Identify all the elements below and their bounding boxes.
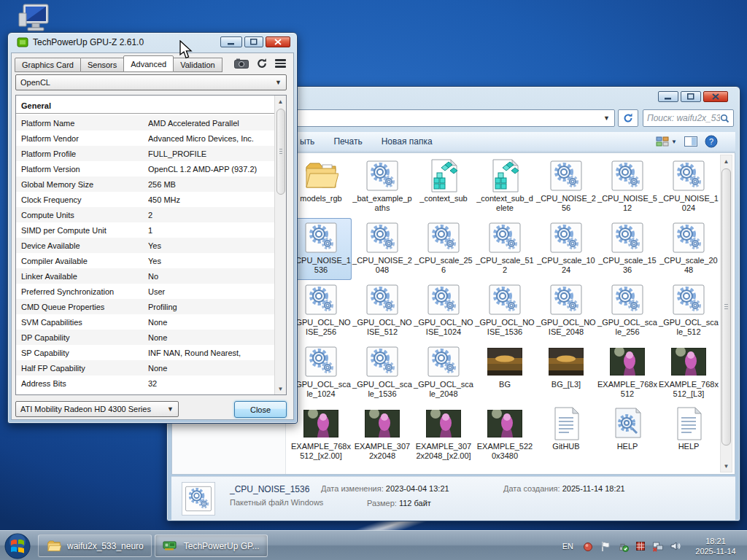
search-box[interactable]: Поиск: waifu2x_533_neuro — [643, 109, 734, 127]
explorer-close-button[interactable] — [703, 91, 728, 102]
file-item[interactable]: EXAMPLE_5220x3480 — [474, 404, 535, 466]
start-button[interactable] — [4, 532, 31, 560]
details-file-type: Пакетный файл Windows — [230, 498, 323, 507]
file-item[interactable]: _context_sub — [413, 156, 474, 218]
scroll-down-icon[interactable]: ▼ — [278, 383, 284, 394]
refresh-button[interactable] — [618, 109, 638, 127]
address-dropdown-icon[interactable]: ▼ — [603, 114, 610, 122]
file-item[interactable]: _GPU_OCL_NOISE_1536 — [474, 280, 535, 342]
explorer-minimize-button[interactable] — [658, 91, 678, 102]
ball-icon[interactable] — [582, 540, 594, 552]
file-item[interactable]: _GPU_OCL_scale_256 — [597, 280, 658, 342]
file-item[interactable]: _CPU_NOISE_1024 — [658, 156, 719, 218]
file-item[interactable]: _GPU_OCL_scale_1536 — [352, 342, 413, 404]
volume-icon[interactable] — [670, 540, 681, 552]
file-item[interactable]: EXAMPLE_768x512_[x2.00] — [290, 404, 352, 466]
file-label: EXAMPLE_768x512 — [597, 380, 657, 399]
details-file-name: _CPU_NOISE_1536 — [230, 484, 309, 494]
screenshot-button[interactable] — [234, 58, 249, 69]
file-item[interactable]: _CPU_scale_1024 — [535, 218, 597, 280]
gpuz-minimize-button[interactable] — [220, 36, 242, 47]
img_girl-icon — [365, 405, 400, 442]
tab-validation[interactable]: Validation — [174, 58, 222, 72]
file-item[interactable]: _GPU_OCL_NOISE_512 — [352, 280, 413, 342]
file-item[interactable]: models_rgb — [290, 156, 352, 218]
file-label: EXAMPLE_768x512_[x2.00] — [291, 442, 351, 461]
file-item[interactable]: EXAMPLE_768x512_[L3] — [658, 342, 719, 404]
file-item[interactable]: _GPU_OCL_scale_512 — [658, 280, 719, 342]
clock-time: 18:21 — [687, 536, 744, 546]
file-item[interactable]: EXAMPLE_3072x2048_[x2.00] — [413, 404, 474, 466]
lookup-dropdown[interactable]: OpenCL ▼ — [15, 74, 287, 90]
gpuz-maximize-button[interactable] — [244, 36, 263, 47]
file-item[interactable]: _CPU_scale_256 — [413, 218, 474, 280]
toolbar-new-folder-item[interactable]: Новая папка — [382, 136, 433, 147]
help-button[interactable]: ? — [705, 135, 718, 148]
tab-advanced[interactable]: Advanced — [123, 55, 174, 72]
file-item[interactable]: _CPU_NOISE_256 — [535, 156, 597, 218]
explorer-scrollbar[interactable]: ▲ ▼ — [720, 155, 732, 472]
gpuz-scrollbar[interactable]: ▲ ▼ — [274, 96, 286, 394]
security-grid-icon[interactable] — [635, 540, 646, 552]
menu-button[interactable] — [275, 59, 286, 68]
file-item[interactable]: _CPU_NOISE_512 — [597, 156, 658, 218]
file-item[interactable]: _GPU_OCL_NOISE_1024 — [413, 280, 474, 342]
views-icon — [656, 136, 669, 147]
device-dropdown[interactable]: ATI Mobility Radeon HD 4300 Series ▼ — [15, 401, 179, 417]
tab-sensors[interactable]: Sensors — [81, 58, 124, 72]
flag-icon[interactable] — [600, 540, 611, 552]
toolbar-open-item[interactable]: ыть — [300, 136, 314, 147]
tab-graphics-card[interactable]: Graphics Card — [15, 58, 81, 72]
gpuz-close-button[interactable] — [266, 36, 290, 47]
taskbar-button[interactable]: TechPowerUp GP... — [155, 534, 268, 557]
property-value: OpenCL 1.2 AMD-APP (937.2) — [148, 165, 274, 174]
usb-check-icon[interactable] — [617, 540, 629, 552]
file-label: _CPU_scale_512 — [475, 256, 535, 275]
file-item[interactable]: _CPU_NOISE_2048 — [352, 218, 413, 280]
network-error-icon[interactable] — [652, 540, 664, 552]
language-indicator[interactable]: EN — [562, 542, 573, 551]
file-item[interactable]: _CPU_scale_2048 — [658, 218, 719, 280]
search-icon[interactable] — [720, 114, 729, 123]
computer-desktop-icon[interactable] — [16, 1, 54, 36]
explorer-maximize-button[interactable] — [681, 91, 701, 102]
file-item[interactable]: _GPU_OCL_NOISE_256 — [290, 280, 352, 342]
file-item[interactable]: _context_sub_delete — [474, 156, 535, 218]
scroll-down-icon[interactable]: ▼ — [724, 460, 729, 472]
scroll-up-icon[interactable]: ▲ — [724, 155, 729, 167]
file-item[interactable]: _CPU_scale_512 — [474, 218, 535, 280]
property-label: Platform Profile — [16, 149, 148, 158]
file-item[interactable]: _GPU_OCL_NOISE_2048 — [535, 280, 597, 342]
file-item[interactable]: EXAMPLE_3072x2048 — [352, 404, 413, 466]
views-button[interactable]: ▼ — [656, 136, 677, 147]
file-label: _GPU_OCL_scale_256 — [597, 318, 657, 337]
system-tray: EN 18:21 2025-11-14 — [562, 531, 744, 560]
toolbar-print-item[interactable]: Печать — [333, 136, 362, 147]
file-item[interactable]: _GPU_OCL_scale_2048 — [413, 342, 474, 404]
file-item[interactable]: BG — [474, 342, 535, 404]
file-item[interactable]: HELP — [658, 404, 719, 466]
scrollbar-thumb[interactable] — [721, 168, 731, 446]
file-label: EXAMPLE_3072x2048 — [352, 442, 412, 461]
file-item[interactable]: _CPU_scale_1536 — [597, 218, 658, 280]
property-value: FULL_PROFILE — [148, 149, 274, 158]
file-item[interactable]: _GPU_OCL_scale_1024 — [290, 342, 352, 404]
scroll-up-icon[interactable]: ▲ — [278, 96, 284, 107]
file-item[interactable]: _CPU_NOISE_1536 — [290, 218, 352, 280]
close-button[interactable]: Close — [234, 401, 287, 418]
file-item[interactable]: _bat_example_paths — [352, 156, 413, 218]
clock[interactable]: 18:21 2025-11-14 — [687, 536, 744, 556]
file-item[interactable]: BG_[L3] — [535, 342, 597, 404]
preview-pane-button[interactable] — [684, 136, 697, 147]
file-item[interactable]: HELP — [597, 404, 658, 466]
txt-icon — [671, 405, 706, 442]
gpuz-row: Compute Units2 — [16, 207, 274, 222]
scrollbar-thumb[interactable] — [276, 109, 285, 195]
refresh-button[interactable] — [256, 58, 268, 69]
taskbar-button[interactable]: waifu2x_533_neuro — [38, 534, 152, 557]
file-item[interactable]: GitHUB — [535, 404, 597, 466]
file-label: _context_sub_delete — [475, 194, 535, 213]
property-label: SIMD per Compute Unit — [16, 226, 148, 235]
file-item[interactable]: EXAMPLE_768x512 — [597, 342, 658, 404]
details-modified: Дата изменения: 2023-04-04 13:21 — [321, 484, 449, 493]
